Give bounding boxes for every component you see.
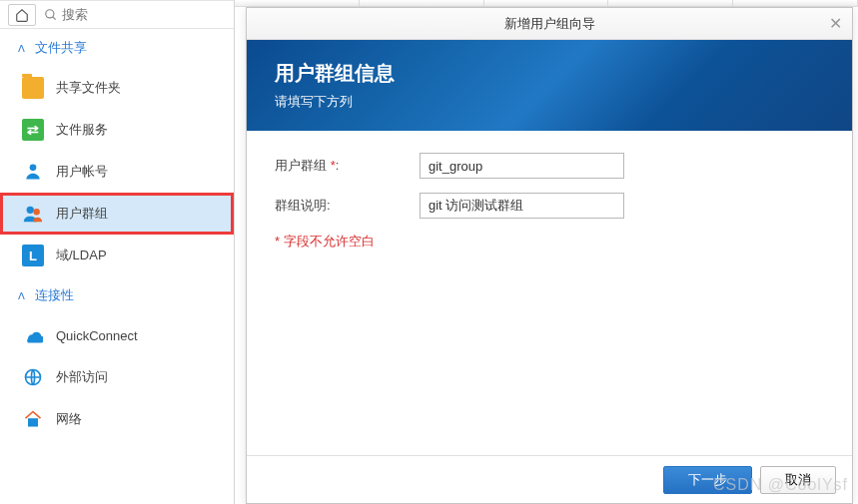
- svg-rect-6: [28, 418, 38, 426]
- search-box[interactable]: [44, 7, 226, 22]
- sidebar-item-label: 文件服务: [56, 121, 108, 139]
- group-name-input[interactable]: [420, 153, 624, 179]
- user-group-icon: [22, 203, 44, 225]
- section-label: 文件共享: [35, 39, 87, 57]
- section-label: 连接性: [35, 286, 74, 304]
- dialog-banner: 用户群组信息 请填写下方列: [247, 40, 852, 131]
- banner-subtitle: 请填写下方列: [275, 93, 824, 111]
- form-row-desc: 群组说明:: [275, 193, 824, 219]
- sidebar-item-quickconnect[interactable]: QuickConnect: [0, 314, 234, 356]
- sidebar-item-network[interactable]: 网络: [0, 398, 234, 440]
- sidebar: ᐱ 文件共享 共享文件夹 ⇄ 文件服务 用户帐号 用户群组 L 域/LDAP ᐱ…: [0, 0, 235, 504]
- globe-icon: [22, 366, 44, 388]
- section-connectivity[interactable]: ᐱ 连接性: [0, 276, 234, 314]
- home-button[interactable]: [8, 4, 36, 26]
- sidebar-header: [0, 0, 234, 29]
- wizard-dialog: 新增用户组向导 ✕ 用户群组信息 请填写下方列 用户群组 *: 群组说明: * …: [246, 7, 853, 504]
- svg-point-0: [46, 9, 54, 17]
- close-button[interactable]: ✕: [829, 14, 842, 33]
- sidebar-item-file-services[interactable]: ⇄ 文件服务: [0, 109, 234, 151]
- sidebar-item-label: 用户群组: [56, 205, 108, 223]
- required-note: * 字段不允许空白: [275, 233, 824, 251]
- sidebar-item-user-account[interactable]: 用户帐号: [0, 151, 234, 193]
- sidebar-item-external-access[interactable]: 外部访问: [0, 356, 234, 398]
- dialog-footer: 下一步 取消: [247, 455, 852, 503]
- sidebar-item-label: 共享文件夹: [56, 79, 121, 97]
- home-icon: [15, 8, 29, 22]
- sidebar-item-label: 外部访问: [56, 368, 108, 386]
- sidebar-item-label: QuickConnect: [56, 328, 138, 343]
- chevron-up-icon: ᐱ: [18, 43, 25, 54]
- shared-folder-icon: [22, 77, 44, 99]
- ldap-icon: L: [22, 245, 44, 266]
- next-button[interactable]: 下一步: [663, 466, 752, 494]
- content-area: 新增用户组向导 ✕ 用户群组信息 请填写下方列 用户群组 *: 群组说明: * …: [235, 0, 858, 504]
- sidebar-item-user-group[interactable]: 用户群组: [0, 193, 234, 235]
- dialog-body: 用户群组 *: 群组说明: * 字段不允许空白: [247, 131, 852, 455]
- svg-point-4: [33, 209, 39, 215]
- sidebar-item-label: 用户帐号: [56, 163, 108, 181]
- search-input[interactable]: [62, 7, 162, 22]
- group-label: 用户群组 *:: [275, 157, 420, 175]
- dialog-title: 新增用户组向导: [504, 15, 595, 33]
- sidebar-item-shared-folder[interactable]: 共享文件夹: [0, 67, 234, 109]
- banner-title: 用户群组信息: [275, 60, 824, 87]
- svg-line-1: [53, 16, 56, 19]
- sidebar-item-label: 域/LDAP: [56, 247, 107, 264]
- dialog-titlebar: 新增用户组向导 ✕: [247, 8, 852, 40]
- user-icon: [22, 161, 44, 183]
- top-tabs: [235, 0, 858, 7]
- network-icon: [22, 408, 44, 430]
- group-desc-input[interactable]: [420, 193, 624, 219]
- search-icon: [44, 8, 58, 22]
- svg-point-2: [30, 165, 37, 172]
- cloud-icon: [22, 324, 44, 346]
- sidebar-item-domain-ldap[interactable]: L 域/LDAP: [0, 235, 234, 276]
- sidebar-item-label: 网络: [56, 410, 82, 428]
- form-row-group: 用户群组 *:: [275, 153, 824, 179]
- chevron-up-icon: ᐱ: [18, 290, 25, 301]
- svg-point-3: [27, 207, 34, 214]
- desc-label: 群组说明:: [275, 197, 420, 215]
- cancel-button[interactable]: 取消: [760, 466, 836, 494]
- section-fileshare[interactable]: ᐱ 文件共享: [0, 29, 234, 67]
- file-services-icon: ⇄: [22, 119, 44, 141]
